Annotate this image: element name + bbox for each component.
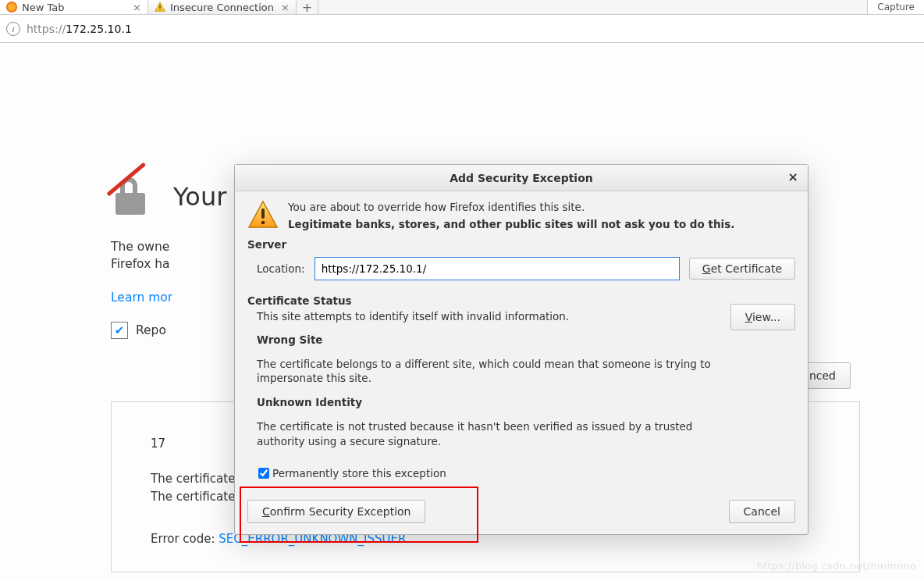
location-input[interactable] xyxy=(315,257,680,280)
report-checkbox[interactable]: ✔ xyxy=(111,322,128,339)
url-text[interactable]: https://172.25.10.1 xyxy=(27,23,132,35)
confirm-exception-button[interactable]: Confirm Security Exception xyxy=(247,500,425,523)
svg-point-5 xyxy=(261,221,265,225)
dialog-title: Add Security Exception xyxy=(450,172,592,184)
server-heading: Server xyxy=(247,238,795,251)
url-scheme: https:// xyxy=(27,23,66,35)
dialog-warn-line1: You are about to override how Firefox id… xyxy=(288,201,734,213)
url-bar: i https://172.25.10.1 xyxy=(0,15,924,43)
new-tab-button[interactable]: + xyxy=(297,0,318,14)
dialog-warn-line2: Legitimate banks, stores, and other publ… xyxy=(288,218,734,230)
get-certificate-button[interactable]: Get Certificate xyxy=(689,258,795,280)
svg-rect-2 xyxy=(159,9,160,9)
close-icon[interactable]: × xyxy=(788,169,798,184)
tab-label: New Tab xyxy=(22,2,65,13)
page-content: Your The owne Firefox ha Learn mor ✔ Rep… xyxy=(0,43,924,581)
insecure-lock-icon xyxy=(111,177,150,216)
unknown-identity-heading: Unknown Identity xyxy=(247,396,716,408)
warning-icon xyxy=(155,2,165,12)
tab-insecure[interactable]: Insecure Connection × xyxy=(148,0,297,14)
firefox-icon xyxy=(6,2,17,12)
cert-status-sub: This site attempts to identify itself wi… xyxy=(247,310,716,323)
svg-rect-4 xyxy=(261,209,265,219)
svg-rect-1 xyxy=(159,5,160,8)
cert-status-heading: Certificate Status xyxy=(247,294,716,307)
cancel-button[interactable]: Cancel xyxy=(729,500,795,523)
capture-button[interactable]: Capture xyxy=(867,0,924,14)
permanent-label: Permanently store this exception xyxy=(272,467,446,479)
wrong-site-explain: The certificate belongs to a different s… xyxy=(247,357,716,385)
wrong-site-heading: Wrong Site xyxy=(247,333,716,346)
location-label: Location: xyxy=(247,262,305,275)
report-label: Repo xyxy=(136,323,166,337)
permanent-checkbox[interactable] xyxy=(258,468,269,479)
warning-icon xyxy=(247,199,279,230)
watermark: https://blog.csdn.net/ninimino xyxy=(757,560,916,572)
page-title: Your xyxy=(173,182,226,212)
tab-label: Insecure Connection xyxy=(170,2,274,13)
url-host: 172.25.10.1 xyxy=(66,23,132,35)
close-icon[interactable]: × xyxy=(281,2,290,13)
view-button[interactable]: View... xyxy=(730,304,795,330)
info-icon[interactable]: i xyxy=(6,22,20,36)
dialog-titlebar: Add Security Exception × xyxy=(235,165,808,191)
unknown-identity-explain: The certificate is not trusted because i… xyxy=(247,419,716,447)
security-exception-dialog: Add Security Exception × You are about t… xyxy=(234,164,808,535)
tab-bar: New Tab × Insecure Connection × + Captur… xyxy=(0,0,924,15)
tab-new-tab[interactable]: New Tab × xyxy=(0,0,148,14)
close-icon[interactable]: × xyxy=(133,2,141,13)
